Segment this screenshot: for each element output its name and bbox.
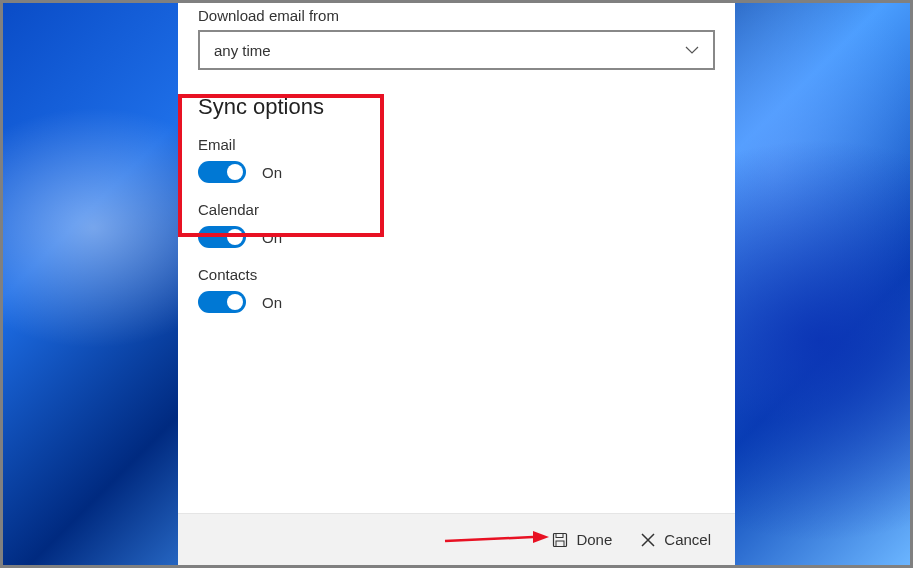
toggle-thumb — [227, 294, 243, 310]
done-button[interactable]: Done — [548, 525, 616, 554]
cancel-button-label: Cancel — [664, 531, 711, 548]
toggle-thumb — [227, 229, 243, 245]
cancel-button[interactable]: Cancel — [636, 525, 715, 554]
settings-dialog: Download email from any time Sync option… — [178, 3, 735, 565]
save-icon — [552, 532, 568, 548]
sync-email-state: On — [262, 164, 282, 181]
sync-contacts-state: On — [262, 294, 282, 311]
sync-contacts-toggle[interactable] — [198, 291, 246, 313]
dialog-footer: Done Cancel — [178, 513, 735, 565]
chevron-down-icon — [685, 46, 699, 54]
sync-email-label: Email — [198, 136, 715, 153]
sync-calendar-label: Calendar — [198, 201, 715, 218]
close-icon — [640, 532, 656, 548]
svg-rect-0 — [554, 533, 567, 546]
sync-item-calendar: Calendar On — [198, 201, 715, 248]
done-button-label: Done — [576, 531, 612, 548]
sync-email-toggle[interactable] — [198, 161, 246, 183]
sync-contacts-label: Contacts — [198, 266, 715, 283]
sync-calendar-toggle[interactable] — [198, 226, 246, 248]
sync-item-contacts: Contacts On — [198, 266, 715, 313]
sync-options-title: Sync options — [198, 94, 715, 120]
download-from-dropdown[interactable]: any time — [198, 30, 715, 70]
sync-item-email: Email On — [198, 136, 715, 183]
svg-rect-2 — [556, 541, 564, 547]
download-from-label: Download email from — [198, 7, 715, 24]
dialog-body: Download email from any time Sync option… — [178, 3, 735, 513]
toggle-thumb — [227, 164, 243, 180]
sync-calendar-state: On — [262, 229, 282, 246]
download-from-value: any time — [214, 42, 271, 59]
